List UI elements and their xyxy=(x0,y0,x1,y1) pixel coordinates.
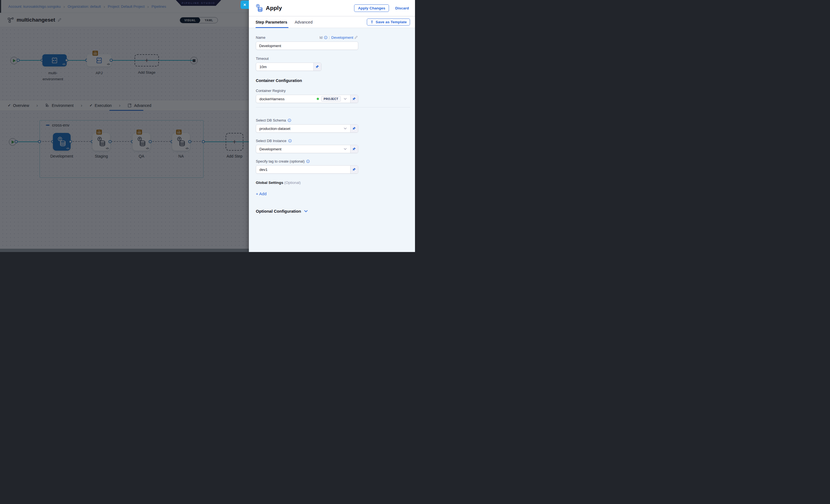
tag-label: Specify tag to create (optional) xyxy=(256,159,305,163)
chevron-down-icon xyxy=(304,210,308,212)
pin-input-type-button[interactable] xyxy=(350,145,358,153)
add-global-setting-link[interactable]: + Add xyxy=(256,191,415,196)
apply-step-icon xyxy=(256,4,263,12)
pin-icon xyxy=(316,65,319,69)
global-settings-label: Global Settings xyxy=(256,181,283,185)
apply-changes-button[interactable]: Apply Changes xyxy=(354,4,389,12)
timeout-label: Timeout xyxy=(256,57,268,61)
drawer-tabs: Step Parameters Advanced Save as Templat… xyxy=(249,16,415,28)
db-schema-label: Select DB Schema xyxy=(256,118,286,122)
tab-step-parameters[interactable]: Step Parameters xyxy=(256,20,287,24)
edit-id-icon[interactable] xyxy=(355,36,358,39)
chevron-down-icon[interactable] xyxy=(343,127,347,130)
chevron-down-icon[interactable] xyxy=(343,148,347,150)
db-schema-select[interactable] xyxy=(259,126,341,131)
id-separator: : xyxy=(329,35,330,40)
active-tab-underline xyxy=(256,27,288,28)
container-registry-input[interactable] xyxy=(259,97,315,101)
pin-input-type-button[interactable] xyxy=(350,125,358,132)
scope-chip: PROJECT xyxy=(321,96,341,102)
step-parameters-form: Name Id : Development Timeout xyxy=(249,28,415,252)
section-divider xyxy=(256,107,410,107)
connected-status-dot xyxy=(317,98,319,100)
pin-icon xyxy=(352,97,356,101)
pin-icon xyxy=(352,147,356,151)
pin-input-type-button[interactable] xyxy=(350,166,358,174)
db-instance-label: Select DB Instance xyxy=(256,139,287,143)
container-registry-label: Container Registry xyxy=(256,89,286,93)
dim-overlay xyxy=(0,0,249,252)
upload-icon xyxy=(370,20,374,24)
name-input[interactable] xyxy=(256,41,358,50)
tab-advanced-panel[interactable]: Advanced xyxy=(294,20,313,24)
db-instance-select[interactable] xyxy=(259,147,341,152)
id-label: Id xyxy=(319,35,322,40)
save-as-template-label: Save as Template xyxy=(376,20,407,24)
pin-icon xyxy=(352,168,356,171)
tag-input[interactable] xyxy=(259,167,347,172)
discard-button[interactable]: Discard xyxy=(395,6,409,10)
pin-icon xyxy=(352,127,356,130)
container-configuration-heading: Container Configuration xyxy=(256,78,415,83)
chevron-down-icon[interactable] xyxy=(343,98,347,100)
pipeline-studio-app: Account: kurosakiichigo.songoku › Organi… xyxy=(0,0,415,252)
pipeline-editor-area: Account: kurosakiichigo.songoku › Organi… xyxy=(0,0,249,252)
optional-configuration-toggle[interactable]: Optional Configuration xyxy=(256,209,415,214)
drawer-header: Apply Apply Changes Discard xyxy=(249,0,415,16)
close-drawer-button[interactable]: ✕ xyxy=(241,1,249,9)
drawer-title: Apply xyxy=(266,5,354,11)
info-icon[interactable] xyxy=(324,36,327,39)
id-row: Id : Development xyxy=(319,35,358,40)
global-settings-optional-tag: (Optional) xyxy=(284,181,301,185)
id-value: Development xyxy=(331,35,353,40)
timeout-input[interactable] xyxy=(259,65,311,69)
step-config-drawer: ✕ Apply Apply Changes Discard Step Param… xyxy=(249,0,415,252)
info-icon[interactable] xyxy=(288,119,291,122)
info-icon[interactable] xyxy=(288,139,292,143)
pin-input-type-button[interactable] xyxy=(350,95,358,103)
name-label: Name xyxy=(256,35,265,40)
save-as-template-button[interactable]: Save as Template xyxy=(367,19,410,26)
info-icon[interactable] xyxy=(306,159,310,163)
optional-configuration-label: Optional Configuration xyxy=(256,209,301,214)
pin-input-type-button[interactable] xyxy=(313,63,321,71)
